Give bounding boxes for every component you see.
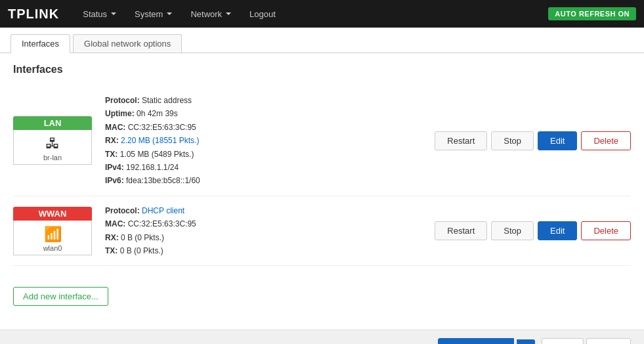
lan-uptime: Uptime: 0h 42m 39s xyxy=(105,107,421,120)
reset-button[interactable]: Reset xyxy=(586,338,631,344)
tab-interfaces[interactable]: Interfaces xyxy=(11,34,70,53)
lan-ipv4: IPv4: 192.168.1.1/24 xyxy=(105,161,421,174)
wwan-restart-button[interactable]: Restart xyxy=(435,221,487,240)
wwan-rx: RX: 0 B (0 Pkts.) xyxy=(105,231,421,244)
lan-stop-button[interactable]: Stop xyxy=(491,131,534,150)
wwan-delete-button[interactable]: Delete xyxy=(581,221,631,240)
wwan-stop-button[interactable]: Stop xyxy=(491,221,534,240)
nav-menu: Status System Network Logout xyxy=(75,4,284,24)
lan-tx: TX: 1.05 MB (5489 Pkts.) xyxy=(105,148,421,161)
save-button[interactable]: Save xyxy=(542,338,584,344)
wwan-icon-area: 📶 wlan0 xyxy=(13,221,92,255)
wwan-label: WWAN xyxy=(13,207,92,221)
nav-system[interactable]: System xyxy=(127,4,180,24)
add-interface-area: Add new interface... xyxy=(13,276,631,306)
nav-status[interactable]: Status xyxy=(75,4,124,24)
if-box-wwan: WWAN 📶 wlan0 xyxy=(13,207,92,255)
interface-card-lan: LAN 🖧 br-lan Protocol: Static address Up… xyxy=(13,86,631,196)
lan-delete-button[interactable]: Delete xyxy=(581,131,631,150)
add-interface-button[interactable]: Add new interface... xyxy=(13,287,108,306)
nav-logout[interactable]: Logout xyxy=(242,4,284,24)
lan-subname: br-lan xyxy=(14,154,91,161)
nav-network[interactable]: Network xyxy=(182,4,239,24)
lan-label: LAN xyxy=(13,116,92,130)
auto-refresh-badge: AUTO REFRESH ON xyxy=(548,7,636,20)
navbar: TPLINK Status System Network Logout AUTO… xyxy=(0,0,644,28)
lan-icon: 🖧 xyxy=(14,135,91,152)
content-area: Interfaces LAN 🖧 br-lan Protocol: Static… xyxy=(0,53,644,316)
tabs: Interfaces Global network options xyxy=(0,28,644,53)
lan-edit-button[interactable]: Edit xyxy=(538,131,577,150)
save-apply-button[interactable]: Save & Apply xyxy=(438,338,513,344)
brand: TPLINK xyxy=(8,7,59,22)
page-title: Interfaces xyxy=(13,64,631,75)
wwan-details: Protocol: DHCP client MAC: CC:32:E5:63:3… xyxy=(105,204,421,258)
save-apply-dropdown-button[interactable]: ▼ xyxy=(517,339,536,344)
lan-details: Protocol: Static address Uptime: 0h 42m … xyxy=(105,94,421,188)
lan-actions: Restart Stop Edit Delete xyxy=(435,131,631,150)
main-content: Interfaces Global network options Interf… xyxy=(0,28,644,344)
wwan-tx: TX: 0 B (0 Pkts.) xyxy=(105,244,421,257)
lan-protocol: Protocol: Static address xyxy=(105,94,421,107)
lan-icon-area: 🖧 br-lan xyxy=(13,130,92,165)
footer-bar: Save & Apply ▼ Save Reset xyxy=(0,330,644,344)
lan-mac: MAC: CC:32:E5:63:3C:95 xyxy=(105,121,421,134)
wwan-protocol: Protocol: DHCP client xyxy=(105,204,421,217)
wwan-edit-button[interactable]: Edit xyxy=(538,221,577,240)
lan-rx: RX: 2.20 MB (18551 Pkts.) xyxy=(105,134,421,147)
lan-ipv6: IPv6: fdea:13be:b5c8::1/60 xyxy=(105,174,421,187)
wwan-subname: wlan0 xyxy=(14,244,91,252)
if-box-lan: LAN 🖧 br-lan xyxy=(13,116,92,165)
wwan-actions: Restart Stop Edit Delete xyxy=(435,221,631,240)
wwan-mac: MAC: CC:32:E5:63:3C:95 xyxy=(105,217,421,230)
lan-restart-button[interactable]: Restart xyxy=(435,131,487,150)
tab-global-network-options[interactable]: Global network options xyxy=(73,34,182,53)
interface-card-wwan: WWAN 📶 wlan0 Protocol: DHCP client MAC: … xyxy=(13,196,631,267)
wwan-icon: 📶 xyxy=(14,226,91,243)
